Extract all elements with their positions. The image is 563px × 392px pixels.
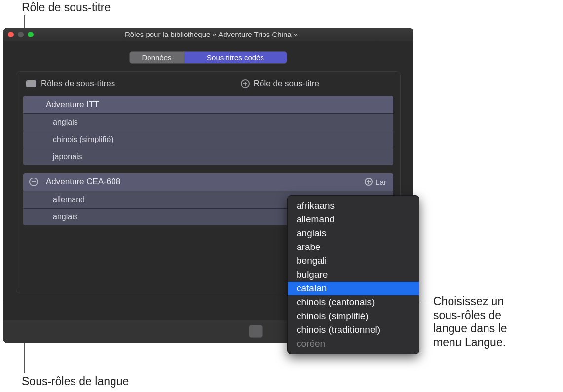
- role-name: Adventure CEA-608: [46, 177, 120, 187]
- captions-icon: [26, 80, 36, 87]
- language-menu-item[interactable]: arabe: [288, 240, 419, 254]
- language-menu-item[interactable]: anglais: [288, 226, 419, 240]
- plus-icon: [241, 79, 250, 88]
- language-menu-item[interactable]: chinois (simplifié): [288, 309, 419, 323]
- language-menu-item[interactable]: chinois (cantonais): [288, 295, 419, 309]
- role-name: Adventure ITT: [46, 100, 99, 109]
- language-menu-item[interactable]: chinois (traditionnel): [288, 323, 419, 337]
- section-title: Rôles de sous-titres: [41, 79, 115, 89]
- apply-button[interactable]: [249, 325, 263, 338]
- add-caption-role-button[interactable]: Rôle de sous-titre: [241, 79, 319, 89]
- add-language-button[interactable]: Lar: [365, 178, 386, 186]
- role-group: Adventure ITTanglaischinois (simplifié)j…: [23, 96, 393, 165]
- language-menu-item[interactable]: afrikaans: [288, 199, 419, 213]
- tab-data[interactable]: Données: [130, 52, 184, 63]
- window-title: Rôles pour la bibliothèque « Adventure T…: [14, 30, 409, 38]
- add-language-label: Lar: [375, 178, 386, 186]
- section-header: Rôles de sous-titres Rôle de sous-titre: [23, 79, 393, 89]
- language-subrole[interactable]: anglais: [23, 113, 393, 131]
- close-icon[interactable]: [8, 32, 14, 37]
- tab-captions[interactable]: Sous-titres codés: [184, 52, 287, 63]
- callout-line: [420, 301, 431, 301]
- role-header[interactable]: Adventure CEA-608Lar: [23, 173, 393, 191]
- tabs-segmented: Données Sous-titres codés: [129, 51, 287, 64]
- add-caption-role-label: Rôle de sous-titre: [254, 79, 319, 89]
- language-menu-item[interactable]: bengali: [288, 254, 419, 268]
- role-header[interactable]: Adventure ITT: [23, 96, 393, 113]
- language-menu-item[interactable]: catalan: [288, 282, 419, 295]
- callout-bottom: Sous-rôles de langue: [22, 375, 129, 388]
- plus-icon: [365, 178, 373, 186]
- language-subrole[interactable]: chinois (simplifié): [23, 131, 393, 148]
- callout-right: Choisissez un sous-rôles de langue dans …: [433, 295, 507, 349]
- language-menu[interactable]: afrikaansallemandanglaisarabebengalibulg…: [287, 195, 419, 354]
- titlebar: Rôles pour la bibliothèque « Adventure T…: [3, 28, 413, 41]
- language-menu-item[interactable]: allemand: [288, 213, 419, 226]
- remove-role-icon[interactable]: [29, 178, 38, 186]
- language-menu-item[interactable]: bulgare: [288, 268, 419, 282]
- language-subrole[interactable]: japonais: [23, 148, 393, 165]
- language-menu-item[interactable]: coréen: [288, 337, 419, 351]
- callout-top: Rôle de sous-titre: [22, 1, 111, 14]
